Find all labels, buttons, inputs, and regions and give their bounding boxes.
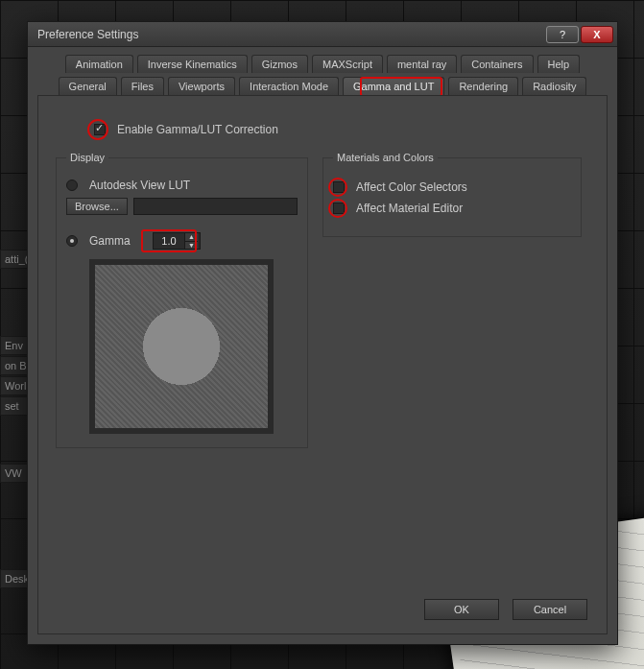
tab-containers[interactable]: Containers: [461, 55, 533, 73]
autodesk-lut-radio[interactable]: [66, 179, 78, 191]
affect-color-selectors-checkbox[interactable]: [333, 181, 345, 193]
titlebar: Preference Settings ? X: [28, 22, 617, 47]
tab-viewports[interactable]: Viewports: [168, 77, 235, 95]
tab-inverse-kinematics[interactable]: Inverse Kinematics: [137, 55, 248, 73]
gamma-radio[interactable]: [66, 235, 78, 247]
close-button[interactable]: X: [581, 26, 613, 43]
help-button[interactable]: ?: [546, 26, 579, 43]
gamma-spin-up[interactable]: ▲: [184, 233, 198, 241]
materials-colors-group: Materials and Colors Affect Color Select…: [322, 152, 582, 237]
enable-gamma-checkbox[interactable]: [94, 124, 106, 135]
display-group: Display Autodesk View LUT Browse... Gamm…: [56, 152, 308, 448]
lut-path-input[interactable]: [133, 198, 298, 215]
preference-settings-dialog: Preference Settings ? X AnimationInverse…: [27, 21, 618, 645]
dialog-footer: OK Cancel: [424, 599, 587, 620]
tab-gamma-and-lut[interactable]: Gamma and LUT: [343, 77, 444, 95]
display-legend: Display: [66, 152, 108, 163]
tab-help[interactable]: Help: [537, 55, 581, 73]
window-title: Preference Settings: [37, 28, 544, 41]
tab-interaction-mode[interactable]: Interaction Mode: [239, 77, 339, 95]
tab-strip: AnimationInverse KinematicsGizmosMAXScri…: [28, 47, 617, 95]
affect-color-selectors-label: Affect Color Selectors: [356, 180, 467, 194]
tab-general[interactable]: General: [59, 77, 117, 95]
autodesk-lut-label: Autodesk View LUT: [89, 179, 190, 192]
tab-files[interactable]: Files: [121, 77, 164, 95]
gamma-spin-down[interactable]: ▼: [184, 241, 198, 250]
tab-gizmos[interactable]: Gizmos: [251, 55, 308, 73]
gamma-spinner[interactable]: ▲ ▼: [153, 232, 201, 250]
gamma-label: Gamma: [89, 234, 147, 248]
enable-gamma-label: Enable Gamma/LUT Correction: [117, 123, 278, 136]
gamma-value-input[interactable]: [154, 233, 184, 249]
tab-mental-ray[interactable]: mental ray: [387, 55, 457, 73]
browse-button[interactable]: Browse...: [66, 198, 128, 215]
materials-legend: Materials and Colors: [333, 152, 438, 163]
ok-button[interactable]: OK: [424, 599, 499, 620]
affect-material-editor-checkbox[interactable]: [333, 203, 345, 214]
tab-radiosity[interactable]: Radiosity: [522, 77, 586, 95]
gamma-preview: [89, 259, 274, 434]
cancel-button[interactable]: Cancel: [513, 599, 587, 620]
tab-maxscript[interactable]: MAXScript: [312, 55, 383, 73]
affect-material-editor-label: Affect Material Editor: [356, 202, 463, 215]
tab-rendering[interactable]: Rendering: [448, 77, 518, 95]
tab-animation[interactable]: Animation: [65, 55, 133, 73]
tab-panel-gamma-lut: Enable Gamma/LUT Correction Display Auto…: [37, 95, 608, 634]
